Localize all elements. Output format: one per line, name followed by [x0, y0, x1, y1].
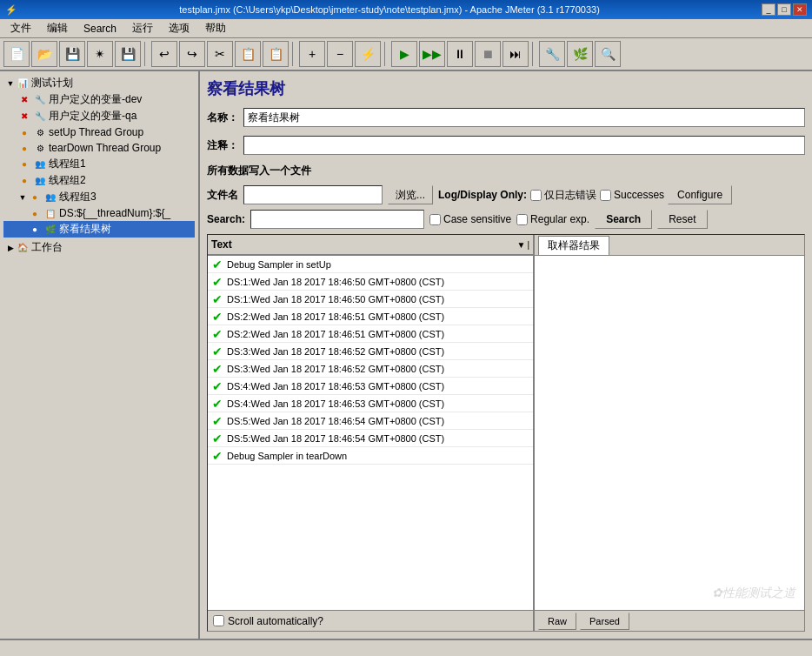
- tree-item-teardown[interactable]: ● ⚙ tearDown Thread Group: [3, 140, 195, 156]
- name-label: 名称：: [207, 110, 238, 125]
- teardown-icon: ⚙: [33, 141, 47, 155]
- sort-arrow[interactable]: ▼: [516, 240, 525, 250]
- name-row: 名称：: [207, 108, 805, 127]
- clear-all-button[interactable]: 🌿: [567, 41, 593, 67]
- result-label: DS:2:Wed Jan 18 2017 18:46:51 GMT+0800 (…: [227, 311, 444, 322]
- menu-options[interactable]: 选项: [162, 19, 196, 37]
- all-data-label: 所有数据写入一个文件: [207, 164, 805, 178]
- error-only-checkbox[interactable]: [530, 190, 542, 201]
- result-item[interactable]: ✔Debug Sampler in tearDown: [208, 447, 533, 465]
- result-item[interactable]: ✔DS:5:Wed Jan 18 2017 18:46:54 GMT+0800 …: [208, 430, 533, 447]
- search-label: Search:: [207, 213, 245, 225]
- new-button[interactable]: 📄: [3, 41, 30, 67]
- menu-file[interactable]: 文件: [3, 19, 38, 37]
- result-item[interactable]: ✔DS:2:Wed Jan 18 2017 18:46:51 GMT+0800 …: [208, 325, 533, 343]
- view-results-icon: 🌿: [43, 223, 57, 237]
- play-button[interactable]: ▶: [391, 41, 417, 67]
- result-label: Debug Sampler in setUp: [227, 259, 331, 270]
- search-input[interactable]: [250, 210, 424, 229]
- configure-button[interactable]: Configure: [668, 185, 732, 204]
- ds-icon: 📋: [43, 206, 57, 220]
- minimize-button[interactable]: _: [762, 3, 775, 16]
- remote-button[interactable]: 🔧: [539, 41, 565, 67]
- result-item[interactable]: ✔DS:5:Wed Jan 18 2017 18:46:54 GMT+0800 …: [208, 412, 533, 430]
- scroll-auto-checkbox[interactable]: [213, 615, 224, 626]
- tree-item-thread2[interactable]: ● 👥 线程组2: [3, 172, 195, 189]
- right-panel: 察看结果树 名称： 注释： 所有数据写入一个文件 文件名 浏览... Log/D…: [200, 71, 812, 639]
- user-qa-img: 🔧: [33, 110, 47, 124]
- result-item[interactable]: ✔DS:4:Wed Jan 18 2017 18:46:53 GMT+0800 …: [208, 395, 533, 412]
- tree-item-workbench[interactable]: ▶ 🏠 工作台: [3, 239, 195, 256]
- content-area: 察看结果树 名称： 注释： 所有数据写入一个文件 文件名 浏览... Log/D…: [200, 71, 812, 639]
- raw-parsed-bar: Raw Parsed: [535, 610, 804, 631]
- left-panel: ▼ 📊 测试计划 ✖ 🔧 用户定义的变量-dev ✖ 🔧 用户定义的变量-qa …: [0, 71, 200, 639]
- expand-testplan[interactable]: ▼: [5, 78, 16, 89]
- shuriken-button[interactable]: ✴: [87, 41, 113, 67]
- raw-tab[interactable]: Raw: [538, 612, 576, 630]
- split-handle[interactable]: |: [525, 240, 529, 250]
- menu-search[interactable]: Search: [77, 21, 123, 37]
- play-nopauses-button[interactable]: ▶▶: [419, 41, 445, 67]
- regular-exp-label: Regular exp.: [530, 213, 589, 225]
- pause-button[interactable]: ⏸: [447, 41, 473, 67]
- collapse-button[interactable]: −: [327, 41, 353, 67]
- toggle-button[interactable]: ⚡: [355, 41, 381, 67]
- expand-thread3[interactable]: ▼: [17, 192, 28, 203]
- table-header: Text ▼ |: [208, 235, 533, 256]
- stop-button[interactable]: ⏹: [475, 41, 501, 67]
- tree-item-view-results[interactable]: ● 🌿 察看结果树: [3, 221, 195, 238]
- parsed-tab[interactable]: Parsed: [580, 612, 629, 630]
- result-status-icon: ✔: [211, 345, 223, 358]
- expand-workbench[interactable]: ▶: [5, 243, 16, 253]
- watermark: ✿性能测试之道: [712, 586, 795, 601]
- successes-checkbox[interactable]: [600, 190, 611, 201]
- cut-button[interactable]: ✂: [207, 41, 233, 67]
- menu-run[interactable]: 运行: [125, 19, 160, 37]
- thread1-icon: 👥: [33, 157, 47, 171]
- result-item[interactable]: ✔DS:1:Wed Jan 18 2017 18:46:50 GMT+0800 …: [208, 273, 533, 291]
- menu-edit[interactable]: 编辑: [40, 19, 75, 37]
- result-item[interactable]: ✔Debug Sampler in setUp: [208, 256, 533, 273]
- regular-exp-checkbox[interactable]: [516, 214, 528, 225]
- comment-input[interactable]: [243, 136, 805, 155]
- browse-button[interactable]: 浏览...: [388, 185, 433, 204]
- save-button[interactable]: 💾: [59, 41, 85, 67]
- expand-button[interactable]: +: [299, 41, 325, 67]
- save2-button[interactable]: 💾: [115, 41, 141, 67]
- tree-item-setup[interactable]: ● ⚙ setUp Thread Group: [3, 124, 195, 140]
- comment-label: 注释：: [207, 138, 238, 153]
- close-button[interactable]: ✕: [793, 3, 807, 16]
- scroll-bottom: Scroll automatically?: [208, 610, 533, 631]
- undo-button[interactable]: ↩: [151, 41, 177, 67]
- result-item[interactable]: ✔DS:3:Wed Jan 18 2017 18:46:52 GMT+0800 …: [208, 343, 533, 360]
- copy-button[interactable]: 📋: [235, 41, 261, 67]
- tree-item-thread1[interactable]: ● 👥 线程组1: [3, 156, 195, 172]
- maximize-button[interactable]: □: [777, 3, 791, 16]
- tree-item-user-qa[interactable]: ✖ 🔧 用户定义的变量-qa: [3, 108, 195, 124]
- paste-button[interactable]: 📋: [263, 41, 289, 67]
- redo-button[interactable]: ↪: [179, 41, 205, 67]
- stop-now-button[interactable]: ⏭: [503, 41, 529, 67]
- result-item[interactable]: ✔DS:4:Wed Jan 18 2017 18:46:53 GMT+0800 …: [208, 378, 533, 395]
- name-input[interactable]: [243, 108, 805, 127]
- user-dev-icon: ✖: [17, 93, 31, 107]
- tree-item-testplan[interactable]: ▼ 📊 测试计划: [3, 75, 195, 91]
- reset-button[interactable]: Reset: [657, 210, 707, 229]
- tree-item-thread3[interactable]: ▼ ● 👥 线程组3: [3, 189, 195, 205]
- search-button-toolbar[interactable]: 🔍: [595, 41, 621, 67]
- tree-item-ds[interactable]: ● 📋 DS:${__threadNum}:${_: [3, 205, 195, 221]
- case-sensitive-checkbox[interactable]: [429, 214, 441, 225]
- result-label: DS:2:Wed Jan 18 2017 18:46:51 GMT+0800 (…: [227, 329, 444, 339]
- result-item[interactable]: ✔DS:3:Wed Jan 18 2017 18:46:52 GMT+0800 …: [208, 360, 533, 378]
- text-column-label: Text: [211, 238, 516, 251]
- file-name-input[interactable]: [243, 185, 383, 204]
- result-item[interactable]: ✔DS:1:Wed Jan 18 2017 18:46:50 GMT+0800 …: [208, 291, 533, 308]
- result-item[interactable]: ✔DS:2:Wed Jan 18 2017 18:46:51 GMT+0800 …: [208, 308, 533, 325]
- successes-item: Successes: [600, 189, 664, 201]
- open-button[interactable]: 📂: [31, 41, 57, 67]
- search-button[interactable]: Search: [595, 210, 652, 229]
- window-controls: _ □ ✕: [762, 3, 807, 16]
- tree-item-user-dev[interactable]: ✖ 🔧 用户定义的变量-dev: [3, 91, 195, 108]
- thread2-dot: ●: [17, 174, 31, 188]
- menu-help[interactable]: 帮助: [198, 19, 233, 37]
